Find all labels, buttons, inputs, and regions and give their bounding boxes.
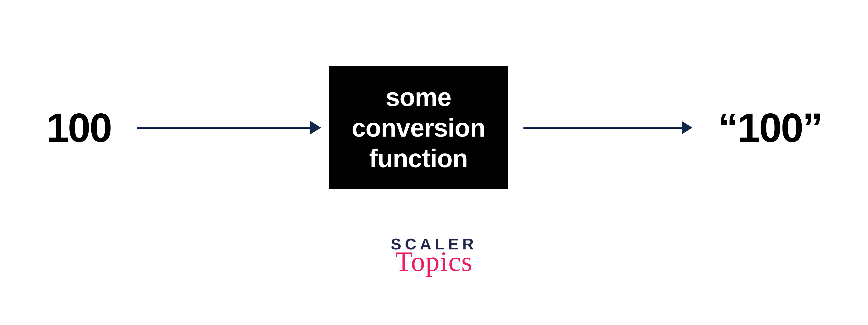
arrow-line — [137, 127, 310, 129]
arrow-head-icon — [310, 121, 321, 134]
box-text-line: function — [352, 143, 486, 174]
conversion-function-box: some conversion function — [329, 66, 508, 189]
arrow-left — [137, 121, 321, 134]
output-value: “100” — [718, 104, 822, 151]
box-text-line: some — [352, 82, 486, 112]
conversion-diagram: 100 some conversion function “100” — [0, 66, 868, 189]
input-value: 100 — [46, 104, 111, 151]
brand-logo: SCALER Topics — [391, 235, 477, 278]
arrow-line — [523, 127, 682, 129]
arrow-right — [523, 121, 692, 134]
box-text-line: conversion — [352, 112, 486, 143]
brand-sub: Topics — [391, 245, 477, 278]
arrow-head-icon — [682, 121, 692, 134]
